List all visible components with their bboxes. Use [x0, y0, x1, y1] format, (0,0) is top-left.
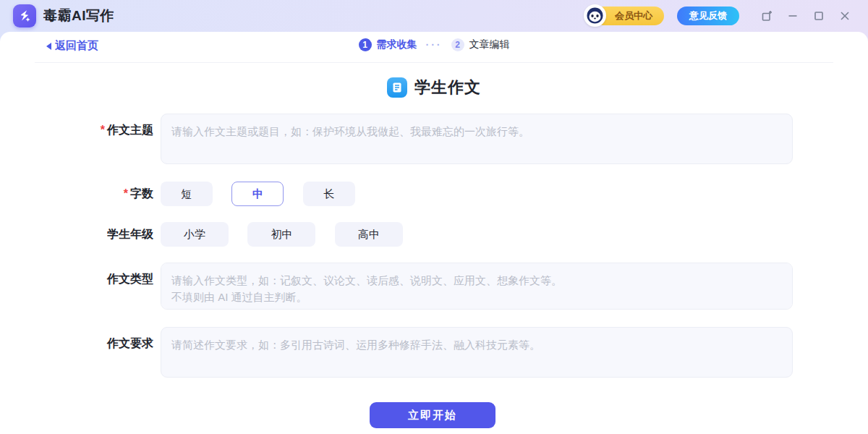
grade-option-junior[interactable]: 初中: [247, 222, 315, 247]
member-center-button[interactable]: 会员中心: [595, 7, 664, 25]
step-2-circle: 2: [451, 38, 464, 51]
window-controls: [757, 6, 855, 26]
float-window-icon[interactable]: [757, 6, 777, 26]
type-label: 作文类型: [72, 263, 161, 312]
step-1-label: 需求收集: [377, 38, 417, 51]
step-2-label: 文章编辑: [469, 38, 510, 51]
step-edit[interactable]: 2 文章编辑: [451, 38, 510, 51]
length-row: *字数 短 中 长: [72, 182, 793, 206]
step-1-circle: 1: [359, 38, 372, 51]
grade-options: 小学 初中 高中: [161, 222, 793, 247]
app-title: 毒霸AI写作: [43, 7, 114, 25]
minimize-icon[interactable]: [783, 6, 803, 26]
page-title: 学生作文: [414, 77, 481, 98]
stepper: 1 需求收集 ··· 2 文章编辑: [0, 38, 868, 51]
type-row: 作文类型: [72, 263, 793, 312]
length-label: *字数: [72, 187, 161, 202]
document-icon: [387, 77, 407, 98]
feedback-button[interactable]: 意见反馈: [677, 7, 739, 25]
length-option-long[interactable]: 长: [303, 182, 355, 206]
requirements-label: 作文要求: [72, 327, 161, 380]
form-title-row: 学生作文: [0, 77, 868, 98]
topic-input[interactable]: [161, 114, 793, 164]
requirements-input[interactable]: [161, 327, 793, 378]
topic-label: *作文主题: [72, 114, 161, 167]
wizard-header: 返回首页 1 需求收集 ··· 2 文章编辑: [0, 32, 868, 56]
maximize-icon[interactable]: [809, 6, 829, 26]
step-requirements[interactable]: 1 需求收集: [359, 38, 417, 51]
required-marker: *: [101, 124, 105, 136]
stepper-dots: ···: [426, 39, 443, 51]
grade-option-senior[interactable]: 高中: [335, 222, 403, 247]
grade-row: 学生年级 小学 初中 高中: [72, 222, 793, 247]
titlebar: 毒霸AI写作 会员中心 意见反馈: [0, 0, 868, 32]
required-marker: *: [124, 187, 128, 200]
app-logo-icon: [13, 4, 36, 27]
length-option-medium[interactable]: 中: [231, 182, 284, 206]
mascot-avatar[interactable]: [584, 4, 606, 27]
essay-form: *作文主题 *字数 短 中 长 学生年级 小学 初中: [72, 114, 793, 428]
type-input[interactable]: [161, 263, 793, 310]
length-option-short[interactable]: 短: [161, 182, 213, 206]
grade-option-primary[interactable]: 小学: [161, 222, 229, 247]
start-button[interactable]: 立即开始: [370, 402, 495, 428]
close-icon[interactable]: [835, 6, 855, 26]
length-options: 短 中 长: [161, 182, 793, 206]
main-panel: 返回首页 1 需求收集 ··· 2 文章编辑 学生作文: [0, 32, 868, 434]
topic-row: *作文主题: [72, 114, 793, 167]
grade-label: 学生年级: [72, 227, 161, 242]
requirements-row: 作文要求: [72, 327, 793, 380]
header-divider: [35, 62, 833, 63]
